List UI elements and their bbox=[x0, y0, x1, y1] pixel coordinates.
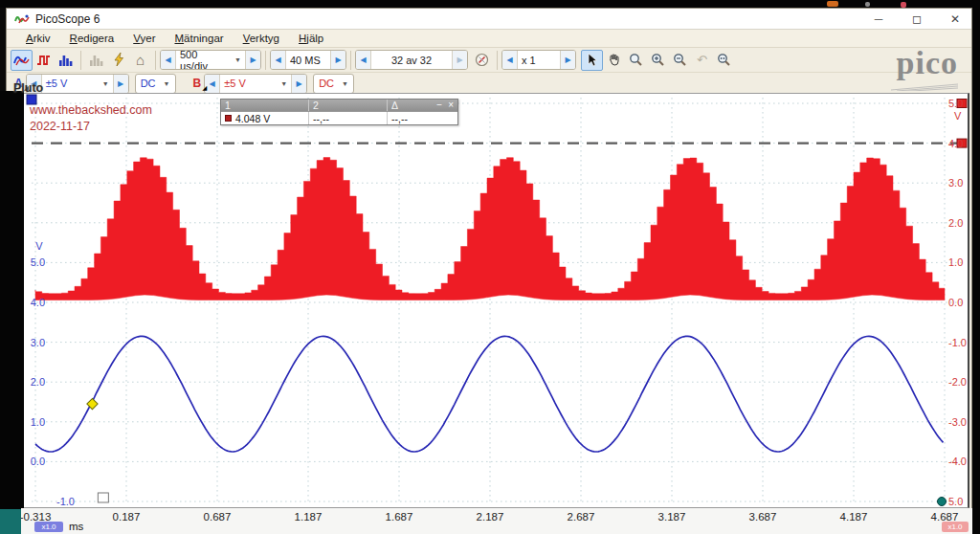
pico-swoosh bbox=[891, 83, 958, 91]
channel-b-coupling-select[interactable]: DC ▼ bbox=[313, 74, 354, 94]
maximize-button[interactable]: ◻ bbox=[908, 12, 925, 26]
x-axis-unit: ms bbox=[69, 521, 83, 532]
measure-value-delta: --,-- bbox=[388, 112, 431, 124]
channel-a-range-select[interactable]: ±5 V ▼ bbox=[41, 75, 114, 93]
undo-zoom-button[interactable]: ↶ bbox=[691, 50, 713, 71]
scope-view-button[interactable] bbox=[11, 50, 33, 71]
timebase-next-arrow[interactable]: ▶ bbox=[246, 51, 260, 69]
menu-vyer[interactable]: Vyer bbox=[123, 31, 165, 46]
right-axis-tick-label: -4.0 bbox=[948, 456, 967, 467]
toolbar-separator bbox=[155, 51, 156, 70]
channel-b-range-select[interactable]: ±5 V ▼ bbox=[219, 75, 292, 93]
buffer-position[interactable]: 32 av 32 bbox=[370, 51, 453, 69]
x-axis-tick-label: 3.187 bbox=[641, 511, 702, 523]
hand-tool-button[interactable] bbox=[603, 50, 625, 71]
chevron-down-icon: ▼ bbox=[342, 80, 348, 87]
buffer-next-arrow[interactable]: ▶ bbox=[453, 51, 467, 69]
zoom-factor-group: ◀ x 1 ▶ bbox=[501, 50, 576, 70]
measure-value-2: --,-- bbox=[309, 112, 388, 124]
x-axis-offset-handle[interactable] bbox=[98, 493, 108, 502]
ground-marker-dot[interactable] bbox=[938, 498, 947, 506]
scope-view-icon bbox=[13, 54, 30, 67]
channel-b-range-up-arrow[interactable]: ▶ bbox=[292, 75, 306, 93]
menu-bar: Arkiv Redigera Vyer Mätningar Verktyg Hj… bbox=[7, 30, 971, 48]
timebase-prev-arrow[interactable]: ◀ bbox=[161, 51, 175, 69]
persistence-view-button[interactable] bbox=[33, 50, 55, 71]
buffer-overview-button[interactable] bbox=[471, 50, 493, 71]
menu-arkiv[interactable]: Arkiv bbox=[16, 31, 60, 46]
view-tab-pluto[interactable]: Pluto bbox=[13, 81, 43, 95]
measure-col-1-header: 1 bbox=[221, 100, 309, 111]
background-teal-patch bbox=[0, 509, 21, 534]
title-bar[interactable]: PicoScope 6 ─ ◻ ✕ bbox=[7, 9, 971, 30]
right-axis-tick-label: 1.0 bbox=[948, 256, 963, 268]
home-button[interactable]: ⌂ bbox=[129, 50, 151, 71]
zoom-full-button[interactable] bbox=[713, 50, 735, 71]
toolbar-separator bbox=[497, 51, 498, 70]
annotation-url: www.thebackshed.com bbox=[30, 103, 152, 117]
right-axis-tick-label: 3.0 bbox=[948, 177, 963, 189]
channel-b-label[interactable]: B◢ bbox=[193, 77, 202, 90]
channel-b-waveform bbox=[35, 158, 945, 300]
home-icon: ⌂ bbox=[136, 54, 145, 67]
channel-b-range-value: ±5 V bbox=[224, 78, 246, 89]
measurements-header[interactable]: 1 2 Δ − × bbox=[221, 100, 457, 111]
close-button[interactable]: ✕ bbox=[947, 12, 964, 26]
menu-redigera[interactable]: Redigera bbox=[60, 31, 124, 46]
main-toolbar: ⌂ ◀ 500 µs/div ▼ ▶ ◀ 40 MS ▶ bbox=[7, 48, 971, 73]
spectrum-disabled-button[interactable] bbox=[85, 50, 107, 71]
zoom-out-button[interactable] bbox=[669, 50, 691, 71]
buffer-overview-icon bbox=[475, 53, 489, 67]
samples-value: 40 MS bbox=[290, 55, 321, 66]
chevron-down-icon: ▼ bbox=[227, 56, 241, 63]
x-axis-tick-label: 4.187 bbox=[823, 511, 884, 523]
timebase-group: ◀ 500 µs/div ▼ ▶ bbox=[160, 50, 261, 70]
right-axis-tick-label: -3.0 bbox=[948, 416, 967, 428]
alarms-button[interactable] bbox=[107, 50, 129, 71]
samples-select[interactable]: 40 MS bbox=[285, 51, 331, 69]
normal-selection-tool-button[interactable] bbox=[581, 50, 603, 71]
zoom-out-arrow[interactable]: ◀ bbox=[502, 51, 517, 69]
right-axis-tick-label: 5.0 bbox=[948, 98, 963, 109]
left-axis-tick-label: 5.0 bbox=[31, 256, 45, 268]
marquee-zoom-button[interactable] bbox=[625, 50, 647, 71]
channel-toolbar: A◢ ◀ ±5 V ▼ ▶ DC ▼ B◢ ◀ ±5 V ▼ ▶ bbox=[7, 73, 971, 94]
measure-col-2-header: 2 bbox=[309, 100, 388, 111]
channel-a-range-up-arrow[interactable]: ▶ bbox=[114, 75, 128, 93]
channel-a-coupling-select[interactable]: DC ▼ bbox=[135, 74, 176, 94]
screen: PicoScope 6 ─ ◻ ✕ Arkiv Redigera Vyer Mä… bbox=[0, 0, 980, 534]
samples-down-arrow[interactable]: ◀ bbox=[271, 51, 285, 69]
zoom-in-button[interactable] bbox=[647, 50, 669, 71]
samples-up-arrow[interactable]: ▶ bbox=[331, 51, 345, 69]
spectrum-view-button[interactable] bbox=[55, 50, 77, 71]
channel-b-flyout-icon: ◢ bbox=[203, 84, 208, 91]
menu-verktyg[interactable]: Verktyg bbox=[234, 31, 289, 46]
samples-group: ◀ 40 MS ▶ bbox=[270, 50, 346, 70]
buffer-prev-arrow[interactable]: ◀ bbox=[356, 51, 370, 69]
timebase-select[interactable]: 500 µs/div ▼ bbox=[175, 51, 246, 69]
left-axis-unit: V bbox=[35, 240, 43, 252]
zoom-in-arrow[interactable]: ▶ bbox=[561, 51, 575, 69]
pico-technology-logo: pico Technology bbox=[853, 49, 958, 93]
left-axis-tick-label: 0.0 bbox=[31, 456, 45, 467]
x-axis-tick-label: 2.187 bbox=[459, 511, 521, 523]
left-axis-tick-label: 4.0 bbox=[31, 297, 45, 308]
waveform-canvas[interactable]: 5.04.03.02.01.00.0-1.0V5.04.03.02.01.00.… bbox=[24, 94, 968, 506]
measure-minimize-button[interactable]: − bbox=[436, 100, 442, 111]
zoom-factor-input[interactable]: x 1 bbox=[517, 51, 561, 69]
x-axis-tick-label: 2.687 bbox=[550, 511, 612, 523]
channel-b-range-down-arrow[interactable]: ◀ bbox=[205, 75, 219, 93]
channel-b-scale-badge: x1.0 bbox=[942, 522, 969, 532]
annotation-date: 2022-11-17 bbox=[30, 120, 90, 133]
menu-matningar[interactable]: Mätningar bbox=[165, 31, 233, 46]
measurements-panel[interactable]: 1 2 Δ − × 4.048 V --,-- --,-- bbox=[220, 99, 458, 125]
measure-close-button[interactable]: × bbox=[448, 100, 454, 111]
right-axis-unit: V bbox=[954, 110, 962, 122]
window-title: PicoScope 6 bbox=[35, 12, 100, 26]
right-axis-tick-label: -2.0 bbox=[948, 376, 967, 388]
cursor-arrow-icon bbox=[586, 53, 598, 67]
menu-hjalp[interactable]: Hjälp bbox=[289, 31, 333, 46]
chevron-down-icon: ▼ bbox=[95, 80, 109, 87]
minimize-button[interactable]: ─ bbox=[870, 12, 887, 26]
scope-plot-area[interactable]: 5.04.03.02.01.00.0-1.0V5.04.03.02.01.00.… bbox=[24, 93, 969, 508]
